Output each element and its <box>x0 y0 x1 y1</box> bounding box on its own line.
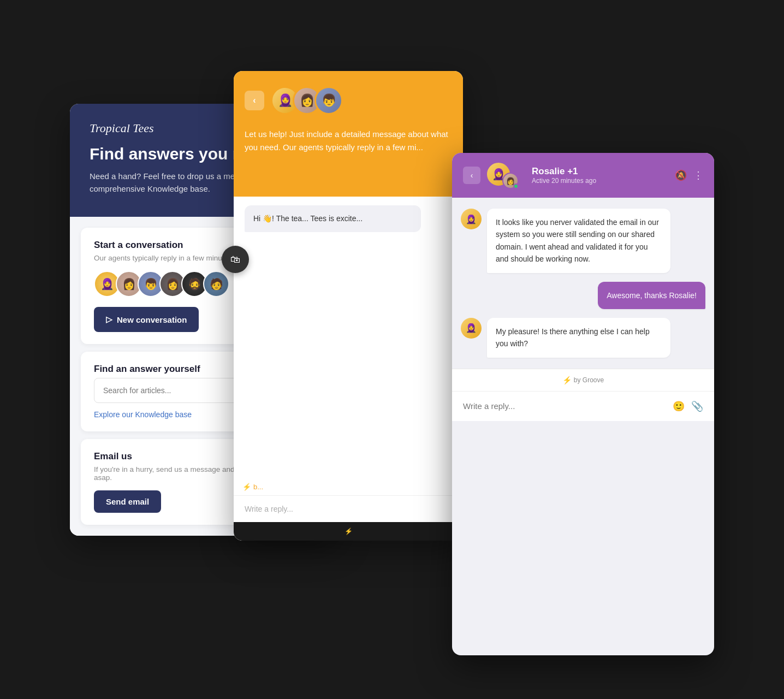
mid-header-top: ‹ 🧕 👩 👦 <box>245 86 452 115</box>
attach-icon[interactable]: 📎 <box>691 400 703 412</box>
chat-agent-status: Active 20 minutes ago <box>532 177 669 185</box>
message-bubble-2: Awesome, thanks Rosalie! <box>598 282 705 309</box>
chat-header-info: Rosalie +1 Active 20 minutes ago <box>532 166 669 185</box>
chat-header-icons: 🔕 ⋮ <box>675 169 703 181</box>
message-row-2: Awesome, thanks Rosalie! <box>461 282 705 309</box>
mid-reply-area[interactable]: Write a reply... <box>234 495 463 522</box>
mid-groove-badge: ⚡ <box>234 522 463 541</box>
lightning-icon-small: ⚡ <box>345 528 353 535</box>
mid-header: ‹ 🧕 👩 👦 Let us help! Just include a deta… <box>234 71 463 197</box>
mute-icon[interactable]: 🔕 <box>675 169 687 181</box>
message-bubble-1: It looks like you nerver validated the e… <box>487 209 670 273</box>
chat-reply-input[interactable] <box>463 401 667 411</box>
agent-avatar-6: 🧑 <box>203 271 229 297</box>
new-conversation-button[interactable]: ▷ New conversation <box>94 307 199 332</box>
more-icon[interactable]: ⋮ <box>693 169 703 181</box>
agent-avatar-msg-1: 🧕 <box>461 209 482 229</box>
chat-back-button[interactable]: ‹ <box>463 167 480 184</box>
knowledge-base-link[interactable]: Explore our Knowledge base <box>94 410 192 419</box>
email-button[interactable]: Send email <box>94 490 161 513</box>
mid-footer: ⚡ b... Write a reply... ⚡ <box>234 478 463 541</box>
groove-footer: ⚡ by Groove <box>452 369 714 391</box>
chat-reply-icons: 🙂 📎 <box>673 400 703 412</box>
message-bubble-3: My pleasure! Is there anything else I ca… <box>487 318 670 358</box>
mid-avatar-3: 👦 <box>314 86 343 115</box>
chat-panel: ‹ 🧕 👩 Rosalie +1 Active 20 minutes ago 🔕… <box>452 153 714 655</box>
chat-reply-area[interactable]: 🙂 📎 <box>452 391 714 421</box>
shop-icon-circle[interactable]: 🛍 <box>222 246 249 273</box>
emoji-icon[interactable]: 🙂 <box>673 400 685 412</box>
mid-chat-body: Hi 👋! The tea... Tees is excite... <box>234 197 463 241</box>
message-row-1: 🧕 It looks like you nerver validated the… <box>461 209 705 273</box>
send-icon: ▷ <box>106 315 112 324</box>
email-label: Send email <box>106 497 149 506</box>
mid-chat-bubble: Hi 👋! The tea... Tees is excite... <box>245 205 421 232</box>
groove-label: by Groove <box>574 376 604 384</box>
lightning-icon-mid: ⚡ <box>242 483 251 491</box>
chat-header: ‹ 🧕 👩 Rosalie +1 Active 20 minutes ago 🔕… <box>452 153 714 198</box>
online-indicator <box>513 183 519 189</box>
mid-agent-message: Let us help! Just include a detailed mes… <box>245 128 452 154</box>
mid-reply-placeholder: Write a reply... <box>245 505 293 513</box>
mid-panel: ‹ 🧕 👩 👦 Let us help! Just include a deta… <box>234 71 463 541</box>
mid-groove-hint: ⚡ b... <box>234 478 463 495</box>
chat-messages: 🧕 It looks like you nerver validated the… <box>452 198 714 369</box>
lightning-icon-groove: ⚡ <box>562 376 572 384</box>
agent-avatar-msg-3: 🧕 <box>461 318 482 339</box>
message-row-3: 🧕 My pleasure! Is there anything else I … <box>461 318 705 358</box>
mid-header-avatars: 🧕 👩 👦 <box>271 86 336 115</box>
mid-back-button[interactable]: ‹ <box>245 91 264 110</box>
chat-avatar-container: 🧕 👩 <box>486 162 519 189</box>
chat-agent-name: Rosalie +1 <box>532 166 669 177</box>
